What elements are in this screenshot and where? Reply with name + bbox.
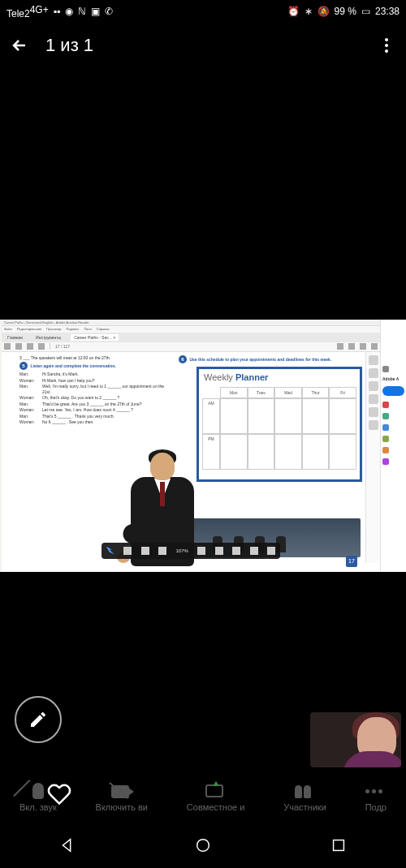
exercise-badge-5: 5 — [19, 362, 28, 370]
search-icon[interactable] — [38, 343, 45, 350]
image-viewport[interactable]: Career Paths - Secretarial English - Ado… — [0, 68, 406, 823]
alarm-icon: ⏰ — [287, 6, 300, 17]
floating-toolbar: 107% — [102, 543, 280, 559]
battery-icon: ▭ — [361, 6, 370, 17]
menu-view[interactable]: Просмотр — [46, 327, 61, 332]
svg-point-0 — [197, 840, 209, 852]
stamp-icon[interactable] — [371, 343, 378, 350]
panel-icon[interactable] — [382, 366, 389, 372]
page-indicator: 17 / 117 — [55, 344, 70, 349]
row-pm: PM — [202, 434, 220, 470]
zoom-in-icon[interactable] — [197, 547, 205, 555]
read-icon[interactable] — [267, 547, 275, 555]
side-panel: Adobe A — [380, 320, 406, 572]
bluetooth-icon: ∗ — [304, 6, 313, 17]
share-button[interactable]: Совместное и — [187, 783, 245, 812]
pdf-page: 3 ___ The speakers will meet at 12:00 on… — [16, 352, 365, 572]
menu-file[interactable]: Файл — [4, 327, 12, 332]
day-mon: Mon — [220, 387, 248, 398]
unmute-button[interactable]: Вкл. звук — [19, 783, 57, 812]
back-button[interactable] — [10, 36, 29, 55]
clock: 23:38 — [375, 6, 400, 17]
menu-sign[interactable]: Подпись — [67, 327, 80, 332]
row-am: AM — [202, 398, 220, 434]
screenshot-content: Career Paths - Secretarial English - Ado… — [0, 320, 406, 572]
tab-tools[interactable]: Инструменты — [32, 334, 64, 341]
fullscreen-icon[interactable] — [250, 547, 258, 555]
tab-home[interactable]: Главная — [4, 334, 26, 341]
highlight-icon[interactable] — [348, 343, 355, 350]
nav-home-button[interactable] — [194, 836, 212, 854]
panel-icon[interactable] — [382, 402, 389, 408]
mail-icon[interactable] — [27, 343, 33, 350]
day-fri: Fri — [329, 387, 356, 398]
day-tue: Tues — [248, 387, 275, 398]
participant-video-thumbnail[interactable] — [310, 712, 401, 767]
start-video-button[interactable]: Включить ви — [96, 783, 148, 812]
weekly-planner: Weekly Planner Mon Tues Wed Thur Fri — [197, 367, 362, 482]
edit-button[interactable] — [15, 696, 62, 743]
menu-help[interactable]: Справка — [97, 327, 110, 332]
exercise-line-3: 3 ___ The speakers will meet at 12:00 on… — [19, 355, 174, 361]
zoom-level: 107% — [176, 548, 188, 553]
panel-icon[interactable] — [382, 458, 389, 465]
pdf-right-rail — [365, 352, 380, 563]
tool-icon[interactable] — [369, 355, 378, 365]
save-icon[interactable] — [4, 343, 11, 350]
signal-icon: ▪▪ — [54, 6, 61, 17]
notification-icon: ▣ — [91, 6, 100, 17]
sign-icon[interactable] — [360, 343, 366, 350]
fit-icon[interactable] — [215, 547, 223, 555]
menu-window[interactable]: Окно — [84, 327, 91, 332]
zoom-out-icon[interactable] — [158, 547, 166, 555]
tab-document[interactable]: Career Paths - Sec... × — [71, 334, 119, 341]
tool-icon[interactable] — [369, 420, 378, 430]
tab-bar: Главная Инструменты Career Paths - Sec..… — [2, 333, 380, 342]
window-titlebar: Career Paths - Secretarial English - Ado… — [2, 320, 380, 326]
pdf-reader-window: Career Paths - Secretarial English - Ado… — [2, 320, 380, 572]
android-nav-bar — [0, 823, 406, 868]
mute-icon: 🔕 — [317, 6, 330, 17]
app-header: 1 из 1 — [0, 23, 406, 68]
page-title: 1 из 1 — [45, 35, 377, 56]
panel-icon[interactable] — [382, 436, 389, 442]
hand-icon[interactable] — [123, 547, 132, 555]
menu-edit[interactable]: Редактирование — [17, 327, 41, 332]
tool-icon[interactable] — [369, 368, 378, 378]
tool-icon[interactable] — [369, 381, 378, 391]
more-button[interactable]: Подр — [365, 783, 387, 812]
annotate-icon[interactable] — [337, 343, 343, 350]
page-number-badge: 17 — [346, 556, 357, 567]
nfc-icon: ℕ — [78, 6, 86, 17]
menu-bar: Файл Редактирование Просмотр Подпись Окн… — [2, 326, 380, 333]
svg-rect-1 — [333, 840, 343, 851]
status-bar: Tele24G+ ▪▪ ◉ ℕ ▣ ✆ ⏰ ∗ 🔕 99 % ▭ 23:38 — [0, 0, 406, 23]
more-menu-button[interactable] — [377, 36, 396, 55]
print-icon[interactable] — [15, 343, 22, 350]
cursor-icon[interactable] — [106, 547, 114, 555]
control-label: Включить ви — [96, 802, 148, 812]
pdf-toolbar: 17 / 117 — [2, 342, 380, 352]
control-label: Подр — [365, 802, 387, 812]
nav-back-button[interactable] — [58, 836, 76, 854]
nav-recent-button[interactable] — [330, 836, 348, 854]
exercise-badge-6: 6 — [179, 355, 187, 363]
panel-icon[interactable] — [382, 424, 389, 431]
rotate-icon[interactable] — [232, 547, 240, 555]
panel-cta-button[interactable] — [382, 386, 404, 396]
panel-icon[interactable] — [382, 413, 389, 419]
participants-button[interactable]: Участники — [283, 783, 326, 812]
exercise-6-title: Use this schedule to plan your appointme… — [189, 357, 331, 362]
tool-icon[interactable] — [369, 407, 378, 417]
meeting-controls: Вкл. звук Включить ви Совместное и Участ… — [0, 772, 406, 823]
panel-title: Adobe A — [381, 375, 406, 383]
select-icon[interactable] — [141, 547, 149, 555]
whatsapp-icon: ✆ — [105, 6, 113, 17]
battery-pct: 99 % — [335, 6, 356, 17]
control-label: Совместное и — [187, 802, 245, 812]
wifi-icon: ◉ — [65, 6, 73, 17]
panel-icon[interactable] — [382, 447, 389, 453]
control-label: Участники — [283, 802, 326, 812]
tool-icon[interactable] — [369, 394, 378, 404]
day-thu: Thur — [302, 387, 330, 398]
